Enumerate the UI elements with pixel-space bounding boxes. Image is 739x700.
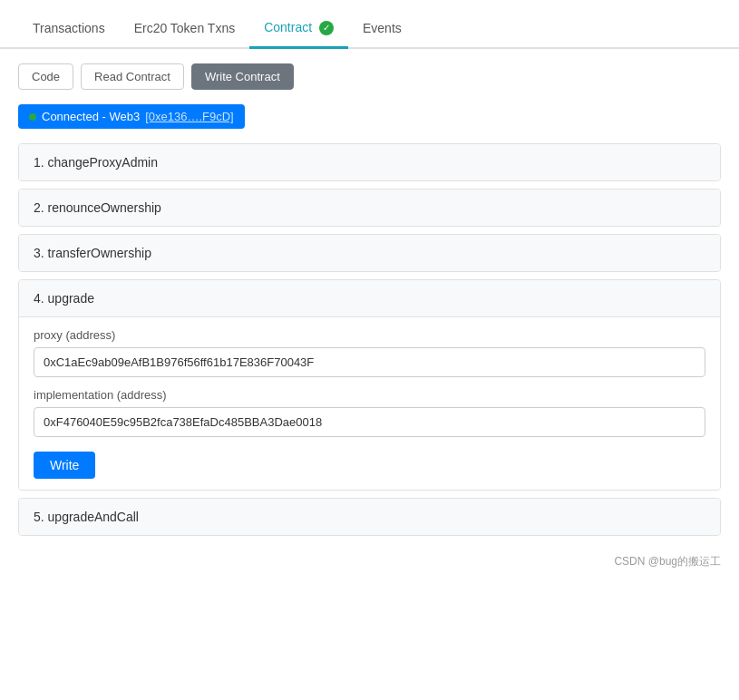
section-2-header[interactable]: 2. renounceOwnership (19, 190, 720, 226)
code-button[interactable]: Code (18, 63, 73, 90)
implementation-input[interactable] (34, 407, 705, 437)
section-1-title: changeProxyAdmin (48, 155, 158, 170)
section-2-number: 2. (34, 200, 44, 215)
tab-contract[interactable]: Contract ✓ (249, 9, 348, 49)
section-4-title: upgrade (48, 291, 94, 306)
section-3-number: 3. (34, 246, 44, 260)
section-5-header[interactable]: 5. upgradeAndCall (19, 499, 720, 535)
read-contract-button[interactable]: Read Contract (81, 63, 184, 90)
section-3-header[interactable]: 3. transferOwnership (19, 235, 720, 271)
footer-credit: CSDN @bug的搬运工 (0, 543, 739, 580)
section-5-number: 5. (34, 510, 44, 524)
section-3-title: transferOwnership (48, 246, 151, 260)
implementation-label: implementation (address) (34, 388, 705, 402)
write-button[interactable]: Write (34, 452, 95, 479)
section-4-header[interactable]: 4. upgrade (19, 280, 720, 317)
section-2-title: renounceOwnership (48, 200, 161, 215)
contract-toolbar: Code Read Contract Write Contract (0, 49, 739, 104)
section-1-number: 1. (34, 155, 44, 170)
tab-erc20[interactable]: Erc20 Token Txns (120, 10, 250, 49)
section-4-number: 4. (34, 291, 44, 306)
section-upgradeandcall: 5. upgradeAndCall (18, 498, 721, 536)
section-5-title: upgradeAndCall (48, 510, 139, 524)
proxy-label: proxy (address) (34, 328, 705, 342)
tab-transactions[interactable]: Transactions (18, 10, 120, 49)
section-1-header[interactable]: 1. changeProxyAdmin (19, 144, 720, 180)
connected-text: Connected - Web3 (42, 110, 140, 123)
connected-dot-icon (29, 113, 36, 121)
section-4-body: proxy (address) implementation (address)… (19, 317, 720, 490)
tab-events[interactable]: Events (348, 10, 416, 49)
connected-badge[interactable]: Connected - Web3 [0xe136….F9cD] (18, 104, 245, 129)
verified-icon: ✓ (319, 21, 334, 35)
connected-address[interactable]: [0xe136….F9cD] (145, 110, 234, 123)
proxy-input[interactable] (34, 347, 705, 377)
tab-bar: Transactions Erc20 Token Txns Contract ✓… (0, 9, 739, 49)
section-upgrade: 4. upgrade proxy (address) implementatio… (18, 279, 721, 491)
tab-contract-label: Contract (264, 20, 312, 34)
write-contract-button[interactable]: Write Contract (191, 63, 294, 90)
section-changeproxyadmin: 1. changeProxyAdmin (18, 143, 721, 181)
section-renounceownership: 2. renounceOwnership (18, 189, 721, 227)
section-transferownership: 3. transferOwnership (18, 234, 721, 272)
